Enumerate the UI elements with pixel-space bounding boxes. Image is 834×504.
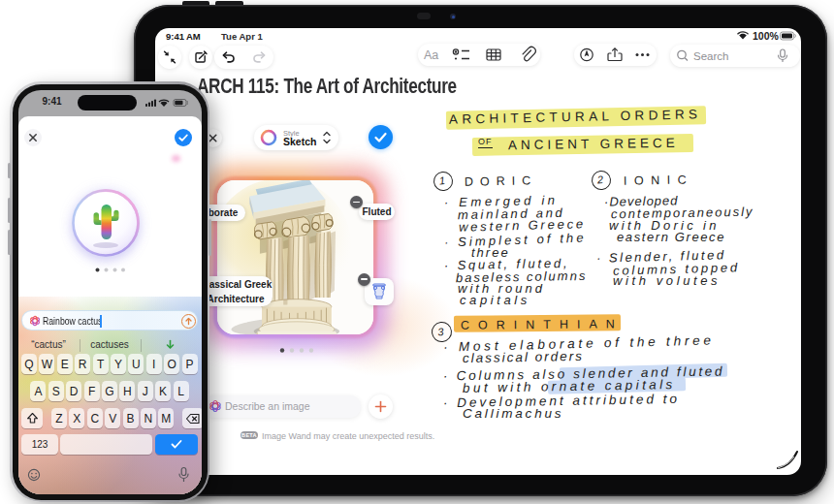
svg-text:Sketch: Sketch [283, 136, 316, 147]
svg-text:Describe an image: Describe an image [225, 400, 310, 412]
